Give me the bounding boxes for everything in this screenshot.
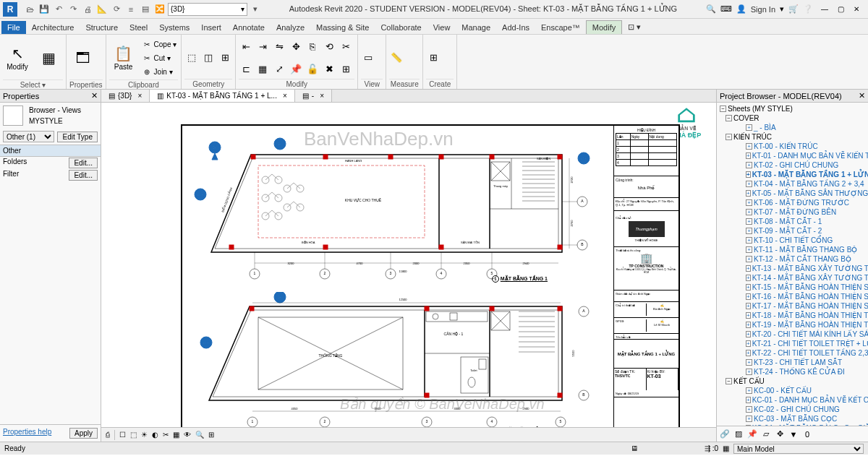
expand-icon[interactable]: + (746, 284, 751, 291)
doc-tab[interactable]: ▤-× (295, 90, 332, 102)
main-model-select[interactable]: Main Model (733, 444, 864, 454)
tree-node[interactable]: +KT-16 - MẶT BẰNG HOÀN THIỆN SÀN TẦNG 2, (717, 292, 868, 301)
tree-node[interactable]: +KT-12 - MẶT CẮT THANG BỘ (717, 254, 868, 264)
ribbon-tab-view[interactable]: View (427, 21, 456, 34)
offset-icon[interactable]: ⇥ (255, 39, 270, 53)
sel-link-icon[interactable]: 🔗 (719, 429, 731, 440)
tree-node[interactable]: +KC-01 - DANH MỤC BẢN VẼ KẾT CẤU (717, 395, 868, 405)
folders-edit-button[interactable]: Edit... (69, 158, 98, 168)
expand-icon[interactable]: + (746, 209, 752, 215)
tree-node[interactable]: +_ - BÌA (717, 123, 868, 132)
cut-button[interactable]: ✂Cut ▾ (140, 51, 179, 64)
tree-node[interactable]: +KT-17 - MẶT BẰNG HOÀN THIỆN SÀN TUM (717, 301, 868, 311)
tree-node[interactable]: +KT-15 - MẶT BẰNG HOÀN THIỆN SÀN TRỆT + … (717, 283, 868, 292)
doc-tab[interactable]: ▥KT-03 - MẶT BẰNG TẦNG 1 + L...× (150, 90, 294, 102)
tree-node[interactable]: +KT-09 - MẶT CẮT - 2 (717, 226, 868, 236)
ribbon-tab-manage[interactable]: Manage (456, 21, 496, 34)
qat-sync-icon[interactable]: ⟳ (110, 3, 123, 16)
sel-drag-icon[interactable]: ✥ (774, 429, 786, 440)
minimize-button[interactable]: — (817, 4, 832, 15)
view-tool-icon[interactable]: ▭ (361, 51, 375, 65)
expand-icon[interactable]: + (746, 406, 752, 413)
expand-icon[interactable]: + (746, 322, 751, 328)
ribbon-tab-annotate[interactable]: Annotate (227, 21, 271, 34)
expand-icon[interactable]: + (746, 303, 751, 309)
tree-node[interactable]: −Sheets (MY STYLE) (717, 104, 868, 113)
ribbon-tab-insert[interactable]: Insert (195, 21, 227, 34)
expand-icon[interactable]: + (746, 246, 752, 253)
type-properties-button[interactable]: ▦ (34, 36, 63, 79)
tree-node[interactable]: +KT-03 - MẶT BẰNG TẦNG 1 + LỬNG (717, 170, 868, 179)
expand-icon[interactable]: + (746, 162, 752, 168)
scale-icon[interactable]: ⤢ (272, 61, 286, 76)
expand-icon[interactable]: + (746, 350, 751, 356)
array-icon[interactable]: ▦ (255, 61, 270, 76)
tree-node[interactable]: +KT-05 - MẶT BẰNG SÂN THƯỢNG + MÁI TUM (717, 189, 868, 198)
tree-node[interactable]: −KIẾN TRÚC (717, 132, 868, 142)
qat-close-hidden-icon[interactable]: ▤ (139, 3, 152, 16)
expand-icon[interactable]: + (746, 199, 752, 206)
sel-underlay-icon[interactable]: ▨ (733, 429, 744, 440)
tree-node[interactable]: +KT-20 - CHI TIẾT MÁI KÍNH LẤY SÁNG (717, 330, 868, 339)
filter-edit-button[interactable]: Edit... (69, 170, 98, 181)
join-button[interactable]: ⊕Join ▾ (140, 65, 179, 78)
tree-node[interactable]: +KT-06 - MẶT ĐỨNG TRƯỚC (717, 198, 868, 207)
ribbon-tab-file[interactable]: File (1, 21, 26, 34)
qat-thin-lines-icon[interactable]: ≡ (124, 3, 137, 16)
tree-node[interactable]: +KT-00 - KIẾN TRÚC (717, 142, 868, 151)
expand-icon[interactable]: + (746, 359, 752, 366)
expand-icon[interactable]: + (746, 416, 752, 422)
ribbon-tab-structure[interactable]: Structure (80, 21, 124, 34)
qat-print-icon[interactable]: 🖨 (81, 3, 94, 16)
expand-icon[interactable]: + (746, 275, 751, 281)
modify-button[interactable]: ↖Modify (3, 36, 32, 79)
workset-icon[interactable]: ▦ (723, 444, 729, 452)
tree-node[interactable]: +KT-08 - MẶT CẮT - 1 (717, 217, 868, 226)
expand-icon[interactable]: + (746, 369, 752, 375)
tree-node[interactable]: +KT-02 - GHI CHÚ CHUNG (717, 160, 868, 170)
instance-filter-select[interactable]: Other (1) (3, 131, 54, 142)
expand-icon[interactable]: + (746, 181, 752, 187)
help-icon[interactable]: ❔ (803, 4, 813, 14)
temp-hide-icon[interactable]: 👁 (184, 431, 191, 439)
qat-redo-icon[interactable]: ↷ (67, 3, 80, 16)
properties-panel-button[interactable]: 🗔 (69, 36, 97, 79)
close-button[interactable]: ✕ (849, 4, 864, 15)
detail-level-icon[interactable]: ☐ (119, 431, 126, 439)
move-icon[interactable]: ✥ (289, 39, 303, 53)
expand-icon[interactable]: + (746, 387, 752, 394)
sel-face-icon[interactable]: ▱ (760, 429, 772, 440)
canvas[interactable]: BẢN VẼ NHÀ ĐẸP HIỆU ĐÌNH LầnNgàyNội dung… (101, 103, 716, 427)
geom-1-icon[interactable]: ⬚ (184, 51, 199, 65)
close-properties-icon[interactable]: ✕ (91, 91, 98, 100)
tree-node[interactable]: +KT-24 - THỐNG KÊ CỬA ĐI (717, 367, 868, 377)
ribbon-tab-architecture[interactable]: Architecture (26, 21, 80, 34)
browser-tree[interactable]: −Sheets (MY STYLE)−COVER+_ - BÌA−KIẾN TR… (717, 103, 868, 426)
expand-icon[interactable]: − (726, 134, 732, 140)
expand-icon[interactable]: + (746, 397, 751, 403)
expand-icon[interactable]: + (746, 228, 752, 234)
sel-pin-icon[interactable]: 📌 (746, 429, 758, 440)
ribbon-tab-collaborate[interactable]: Collaborate (375, 21, 427, 34)
tree-node[interactable]: +KC-00 - KẾT CẤU (717, 386, 868, 395)
status-icon-1[interactable]: 🖥 (631, 444, 638, 452)
edit-type-button[interactable]: Edit Type (57, 132, 98, 142)
tab-close-icon[interactable]: × (283, 92, 287, 100)
expand-icon[interactable]: + (746, 265, 751, 272)
tree-node[interactable]: +KT-18 - MẶT BẰNG HOÀN THIỆN TRẦN TRỆT+L (717, 311, 868, 320)
tree-node[interactable]: +KT-13 - MẶT BẰNG XÂY TƯỜNG TẦNG TRỆT + … (717, 264, 868, 273)
restore-button[interactable]: ▢ (833, 4, 848, 15)
mirror-icon[interactable]: ⇋ (272, 39, 286, 53)
qat-more-icon[interactable]: ▾ (249, 3, 262, 16)
cope-button[interactable]: ✂Cope ▾ (140, 38, 179, 51)
apply-button[interactable]: Apply (69, 428, 98, 439)
sun-path-icon[interactable]: ☀ (141, 431, 148, 439)
tree-node[interactable]: +KT-01 - DANH MỤC BẢN VẼ KIẾN TRÚC (717, 151, 868, 160)
show-crop-icon[interactable]: ▦ (173, 431, 179, 439)
expand-icon[interactable]: − (720, 106, 726, 112)
trim-icon[interactable]: ✂ (339, 39, 353, 53)
tree-node[interactable]: −KẾT CẤU (717, 377, 868, 386)
qat-open-icon[interactable]: 🗁 (23, 3, 36, 16)
tree-node[interactable]: +KC-03 - MẶT BẰNG CỌC (717, 414, 868, 423)
qat-switch-icon[interactable]: 🔀 (153, 3, 166, 16)
